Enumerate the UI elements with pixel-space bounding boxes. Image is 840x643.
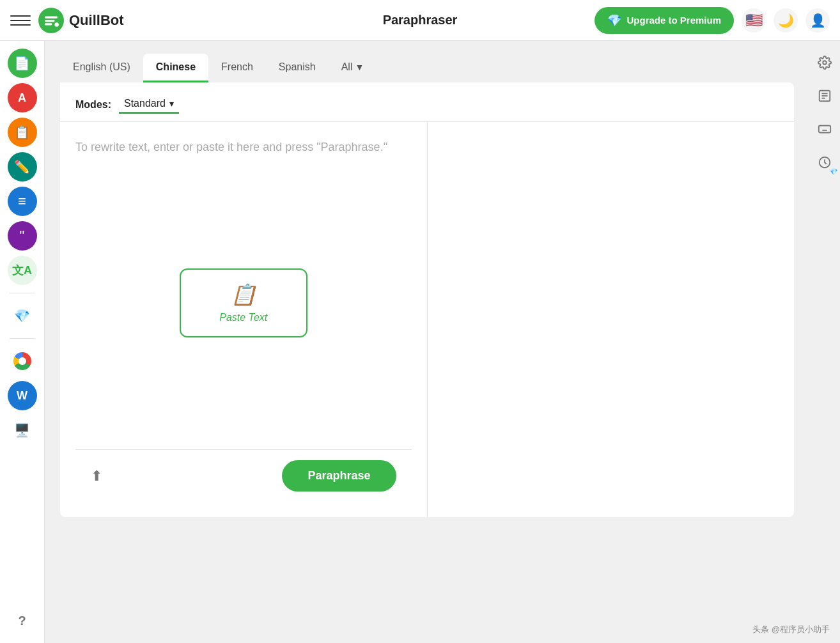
writer-icon: ✏️ — [14, 159, 30, 174]
upgrade-label: Upgrade to Premium — [626, 15, 721, 26]
svg-rect-1 — [45, 19, 54, 21]
gem-icon: 💎 — [14, 308, 30, 323]
sidebar-item-screen[interactable]: 🖥️ — [8, 415, 37, 445]
sidebar-item-writer[interactable]: ✏️ — [8, 152, 37, 182]
svg-rect-0 — [45, 16, 58, 18]
sidebar-divider-1 — [10, 293, 35, 293]
chrome-icon — [13, 352, 31, 370]
editor-bottom: ⬆ Paraphrase — [75, 449, 412, 502]
clipboard-icon: 📋 — [231, 283, 256, 307]
hamburger-menu[interactable] — [10, 10, 31, 31]
sidebar-item-help[interactable]: ? — [8, 606, 37, 635]
nav-actions: 💎 Upgrade to Premium 🇺🇸 🌙 👤 — [595, 7, 830, 34]
paraphraser-icon: 📄 — [14, 56, 30, 71]
tab-french[interactable]: French — [208, 54, 266, 82]
editor-placeholder: To rewrite text, enter or paste it here … — [75, 137, 412, 157]
logo-text: QuillBot — [69, 12, 124, 29]
upload-icon[interactable]: ⬆ — [91, 468, 102, 484]
sidebar-bottom: ? — [8, 606, 37, 635]
moon-icon: 🌙 — [778, 13, 794, 28]
dark-mode-button[interactable]: 🌙 — [774, 8, 798, 33]
tab-all[interactable]: All ▼ — [329, 54, 377, 82]
chevron-down-icon: ▼ — [355, 62, 364, 72]
logo-icon — [38, 8, 64, 33]
premium-badge-icon: 💎 — [830, 168, 837, 175]
quillbot-svg — [43, 12, 59, 29]
sidebar-item-summarizer[interactable]: ≡ — [8, 187, 37, 216]
sidebar-item-citation[interactable]: " — [8, 221, 37, 251]
paste-btn-container: 📋 Paste Text — [75, 256, 412, 350]
watermark: 头条 @程序员小助手 — [752, 624, 830, 635]
word-icon: W — [17, 389, 27, 403]
history-icon[interactable]: 💎 — [813, 151, 836, 174]
user-icon: 👤 — [810, 13, 826, 28]
grammar-icon: A — [18, 91, 26, 105]
page-title: Paraphraser — [383, 13, 458, 27]
sidebar-item-word[interactable]: W — [8, 381, 37, 410]
keyboard-icon[interactable] — [813, 118, 836, 141]
sidebar-item-paraphrase2[interactable]: 📋 — [8, 118, 37, 147]
sidebar-divider-2 — [10, 338, 35, 339]
sidebar-item-paraphraser[interactable]: 📄 — [8, 49, 37, 78]
editor-right — [428, 122, 795, 517]
user-button[interactable]: 👤 — [805, 8, 830, 33]
paraphrase2-icon: 📋 — [14, 125, 30, 140]
split-editor: To rewrite text, enter or paste it here … — [60, 122, 794, 517]
upgrade-button[interactable]: 💎 Upgrade to Premium — [595, 7, 734, 34]
svg-point-4 — [823, 61, 827, 65]
sidebar-item-translator[interactable]: 文A — [8, 256, 37, 285]
sidebar-item-premium[interactable]: 💎 — [8, 301, 37, 330]
sidebar: 📄 A 📋 ✏️ ≡ " 文A 💎 W 🖥️ — [0, 41, 45, 643]
settings-icon[interactable] — [813, 51, 836, 74]
navbar: QuillBot Paraphraser 💎 Upgrade to Premiu… — [0, 0, 840, 41]
main-layout: 📄 A 📋 ✏️ ≡ " 文A 💎 W 🖥️ — [0, 41, 840, 643]
tab-english[interactable]: English (US) — [60, 54, 143, 82]
modes-label: Modes: — [75, 99, 111, 111]
paraphrase-button[interactable]: Paraphrase — [282, 460, 396, 492]
translator-icon: 文A — [12, 263, 32, 278]
modes-selector[interactable]: Standard ▾ — [119, 95, 179, 114]
main-content: English (US) Chinese French Spanish All … — [45, 41, 809, 643]
sidebar-item-chrome[interactable] — [8, 346, 37, 376]
sidebar-item-grammar[interactable]: A — [8, 83, 37, 112]
svg-rect-9 — [819, 126, 830, 133]
tab-spanish[interactable]: Spanish — [266, 54, 329, 82]
modes-bar: Modes: Standard ▾ — [60, 95, 794, 114]
svg-point-3 — [54, 22, 59, 27]
flag-icon: 🇺🇸 — [745, 12, 763, 29]
selected-mode-label: Standard — [124, 98, 166, 109]
summarizer-icon: ≡ — [18, 193, 26, 210]
notes-icon[interactable] — [813, 84, 836, 107]
language-tabs: English (US) Chinese French Spanish All … — [60, 54, 794, 82]
help-icon: ? — [18, 614, 26, 628]
dropdown-arrow-icon: ▾ — [169, 98, 174, 109]
editor-container: Modes: Standard ▾ To rewrite text, enter… — [60, 82, 794, 517]
paste-text-button[interactable]: 📋 Paste Text — [180, 268, 307, 337]
citation-icon: " — [20, 228, 25, 244]
right-panel: 💎 — [809, 41, 840, 643]
svg-rect-2 — [45, 23, 52, 25]
paste-btn-label: Paste Text — [219, 312, 267, 323]
screen-icon: 🖥️ — [14, 422, 30, 438]
logo: QuillBot — [38, 8, 124, 33]
diamond-icon: 💎 — [607, 13, 621, 27]
tab-chinese[interactable]: Chinese — [143, 54, 208, 82]
editor-left: To rewrite text, enter or paste it here … — [60, 122, 428, 517]
language-button[interactable]: 🇺🇸 — [742, 8, 766, 33]
